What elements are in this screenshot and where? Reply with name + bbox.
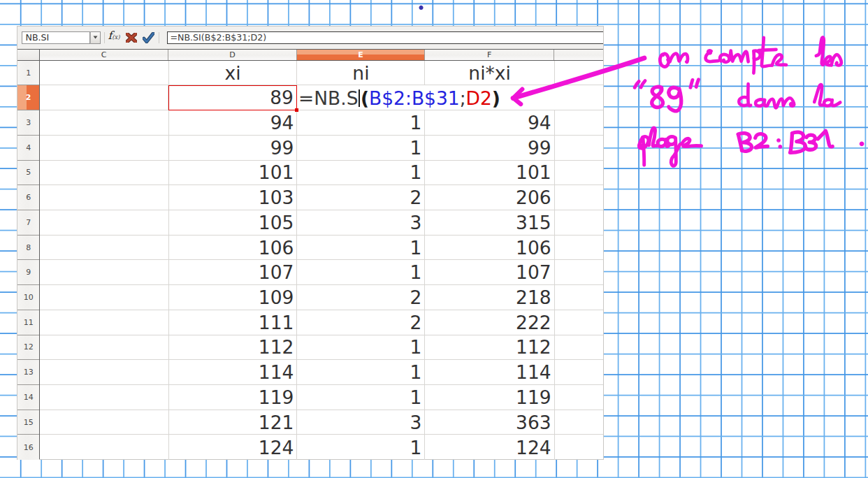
cell[interactable] xyxy=(555,161,603,185)
column-header-f[interactable]: F xyxy=(425,50,554,60)
cancel-button[interactable] xyxy=(123,30,140,46)
cell[interactable] xyxy=(555,85,603,110)
cell[interactable] xyxy=(555,110,603,135)
cell[interactable] xyxy=(40,435,168,460)
cell[interactable] xyxy=(40,136,168,160)
cell[interactable]: 1 xyxy=(297,360,425,384)
cell[interactable]: 1 xyxy=(297,435,425,460)
formula-bar-input[interactable]: =NB.SI(B$2:B$31;D2) xyxy=(167,31,603,44)
row-header-9[interactable]: 9 xyxy=(17,260,39,285)
row-header-4[interactable]: 4 xyxy=(17,136,39,161)
select-all-corner[interactable] xyxy=(17,50,40,60)
cell[interactable]: 1 xyxy=(297,161,425,185)
cell[interactable]: 105 xyxy=(169,210,298,235)
cell[interactable]: xi xyxy=(169,61,298,85)
cell[interactable]: 94 xyxy=(169,110,298,135)
cell[interactable] xyxy=(555,335,603,360)
cell[interactable]: 103 xyxy=(169,185,298,210)
column-header-g-partial[interactable] xyxy=(554,50,603,60)
cell[interactable]: 124 xyxy=(425,435,554,460)
column-header-d[interactable]: D xyxy=(168,50,297,60)
cell[interactable]: 114 xyxy=(425,360,554,384)
cell[interactable]: 222 xyxy=(425,310,554,335)
cell[interactable] xyxy=(555,136,603,160)
cell[interactable] xyxy=(40,385,168,410)
cell[interactable]: 99 xyxy=(169,136,298,160)
cell[interactable]: 119 xyxy=(169,385,298,410)
cell[interactable] xyxy=(40,310,168,335)
cell[interactable] xyxy=(555,236,603,260)
cell[interactable] xyxy=(40,335,168,360)
cell[interactable] xyxy=(40,236,168,260)
cell[interactable]: 1 xyxy=(297,236,425,260)
row-header-8[interactable]: 8 xyxy=(17,236,39,261)
cell[interactable] xyxy=(40,260,168,284)
cell[interactable] xyxy=(40,61,168,85)
cell[interactable] xyxy=(40,210,168,235)
row-header-6[interactable]: 6 xyxy=(17,185,39,210)
cell[interactable] xyxy=(555,285,603,310)
cell[interactable]: 107 xyxy=(425,260,554,284)
column-header-c[interactable]: C xyxy=(40,50,168,60)
cell[interactable]: 112 xyxy=(169,335,298,360)
cell[interactable]: 101 xyxy=(425,161,554,185)
function-wizard-icon[interactable]: f(x) xyxy=(103,30,125,43)
cell[interactable]: 94 xyxy=(425,110,554,135)
row-header-10[interactable]: 10 xyxy=(17,285,39,310)
name-box-dropdown-button[interactable] xyxy=(90,31,101,44)
row-header-2[interactable]: 2 xyxy=(17,85,39,110)
cell[interactable]: ni xyxy=(297,61,425,85)
cell[interactable] xyxy=(555,435,603,460)
cell[interactable]: 218 xyxy=(425,285,554,310)
cell[interactable]: 315 xyxy=(425,210,554,235)
accept-button[interactable] xyxy=(140,30,157,46)
cell[interactable]: 106 xyxy=(169,236,298,260)
cell[interactable]: 1 xyxy=(297,260,425,284)
cell[interactable]: 112 xyxy=(425,335,554,360)
cell[interactable]: 363 xyxy=(425,410,554,435)
cell[interactable]: 111 xyxy=(169,310,298,335)
cell[interactable] xyxy=(555,310,603,335)
cell[interactable]: 206 xyxy=(425,185,554,210)
cell[interactable]: 3 xyxy=(297,210,425,235)
cell[interactable]: 109 xyxy=(169,285,298,310)
cell[interactable] xyxy=(40,161,168,185)
row-header-5[interactable]: 5 xyxy=(17,161,39,186)
cell[interactable] xyxy=(555,260,603,284)
row-header-3[interactable]: 3 xyxy=(17,110,39,136)
cell[interactable] xyxy=(555,385,603,410)
row-header-13[interactable]: 13 xyxy=(17,360,39,385)
row-header-7[interactable]: 7 xyxy=(17,210,39,236)
cell[interactable]: 2 xyxy=(297,185,425,210)
cell[interactable]: 1 xyxy=(297,385,425,410)
cell[interactable] xyxy=(555,185,603,210)
cell[interactable] xyxy=(555,410,603,435)
cell[interactable] xyxy=(40,285,168,310)
cell[interactable] xyxy=(40,110,168,135)
cell[interactable] xyxy=(40,185,168,210)
row-header-1[interactable]: 1 xyxy=(17,61,39,86)
cell[interactable]: 101 xyxy=(169,161,298,185)
cell[interactable] xyxy=(40,85,168,110)
cell[interactable]: 106 xyxy=(425,236,554,260)
cell[interactable]: 2 xyxy=(297,285,425,310)
cell[interactable]: 114 xyxy=(169,360,298,384)
cell[interactable] xyxy=(555,210,603,235)
cell[interactable]: 124 xyxy=(169,435,298,460)
row-header-11[interactable]: 11 xyxy=(17,310,39,335)
cell[interactable] xyxy=(555,61,603,85)
row-header-14[interactable]: 14 xyxy=(17,385,39,410)
cell[interactable]: 1 xyxy=(297,110,425,135)
cell-e2-edit[interactable]: =NB.S(B$2:B$31;D2) xyxy=(298,85,500,110)
cell[interactable]: 119 xyxy=(425,385,554,410)
row-header-12[interactable]: 12 xyxy=(17,335,39,361)
cell[interactable] xyxy=(40,410,168,435)
cell[interactable]: 1 xyxy=(297,335,425,360)
cell[interactable]: 3 xyxy=(297,410,425,435)
row-header-16[interactable]: 16 xyxy=(17,435,39,460)
cell[interactable]: ni*xi xyxy=(425,61,554,85)
cell[interactable]: 121 xyxy=(169,410,298,435)
cell[interactable] xyxy=(40,360,168,384)
cell[interactable]: 107 xyxy=(169,260,298,284)
cell[interactable]: 1 xyxy=(297,136,425,160)
